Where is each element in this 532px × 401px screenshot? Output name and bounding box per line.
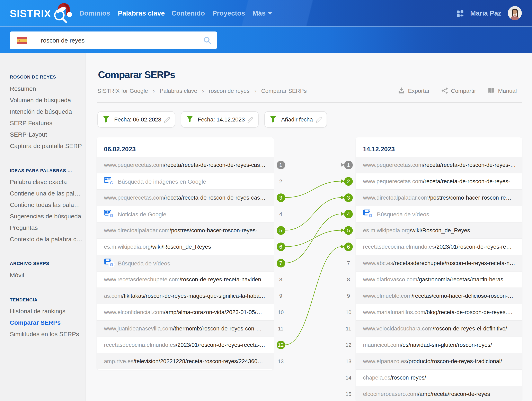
svg-text:G: G bbox=[110, 180, 113, 185]
svg-text:G: G bbox=[110, 213, 113, 218]
svg-text:G: G bbox=[110, 262, 113, 267]
svg-text:G: G bbox=[369, 213, 372, 218]
